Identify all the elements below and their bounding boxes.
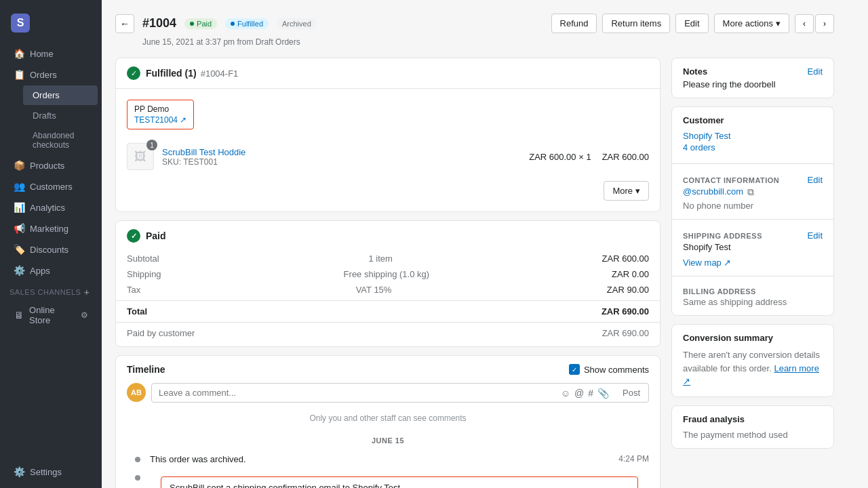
sidebar-item-customers[interactable]: 👥 Customers [4, 176, 98, 197]
attachment-icon[interactable]: 📎 [597, 388, 609, 399]
product-row: 🖼 1 ScrubBill Test Hoddie SKU: TEST001 Z… [127, 138, 649, 176]
sidebar-item-settings[interactable]: ⚙️ Settings [4, 462, 98, 482]
billing-header: BILLING ADDRESS [672, 279, 833, 297]
prev-order-button[interactable]: ‹ [795, 14, 814, 33]
analytics-icon: 📊 [14, 202, 24, 213]
sidebar-item-analytics[interactable]: 📊 Analytics [4, 197, 98, 218]
sidebar-orders-label: Orders [30, 70, 57, 80]
customer-orders[interactable]: 4 orders [683, 142, 823, 152]
total-label: Total [127, 306, 147, 317]
customer-body: Shopify Test 4 orders [672, 131, 833, 161]
comment-input[interactable] [152, 384, 555, 402]
online-store-icon: 🖥 [14, 310, 24, 321]
paid-by-label: Paid by customer [127, 328, 195, 338]
payment-card: ✓ Paid Subtotal 1 item ZAR 600.00 Shippi… [115, 220, 660, 347]
divider-3 [672, 276, 833, 277]
tracking-company: PP Demo [134, 104, 186, 114]
timeline-archived-event: This order was archived. 4:24 PM [116, 450, 660, 468]
emoji-icon[interactable]: ☺ [561, 388, 570, 399]
sidebar-item-orders-active[interactable]: Orders [23, 85, 98, 105]
subtotal-label: Subtotal [127, 253, 159, 264]
shipping-edit-link[interactable]: Edit [808, 230, 823, 241]
contact-section-label: CONTACT INFORMATION [683, 176, 779, 184]
more-btn-label: More [612, 186, 633, 196]
next-order-button[interactable]: › [815, 14, 834, 33]
notes-title: Notes [683, 66, 707, 77]
subtotal-value: ZAR 600.00 [602, 253, 649, 264]
show-comments-label: Show comments [584, 365, 649, 375]
comment-icons: ☺ @ # 📎 [555, 388, 614, 399]
sidebar-item-apps[interactable]: ⚙️ Apps [4, 260, 98, 281]
sidebar-item-products[interactable]: 📦 Products [4, 155, 98, 176]
tracking-box: PP Demo TEST21004 ↗ [127, 100, 194, 129]
notes-card: Notes Edit Please ring the doorbell [671, 58, 834, 98]
notes-header: Notes Edit [672, 58, 833, 79]
show-comments-checkbox[interactable]: ✓ [569, 364, 580, 375]
notes-text: Please ring the doorbell [683, 79, 776, 89]
settings-icon: ⚙️ [14, 466, 24, 477]
timeline-email-dot [135, 475, 140, 481]
timeline-title: Timeline [127, 364, 165, 375]
shipping-header: SHIPPING ADDRESS Edit [672, 222, 833, 242]
mention-icon[interactable]: @ [574, 388, 584, 399]
customer-name[interactable]: Shopify Test [683, 131, 823, 141]
payment-row-subtotal: Subtotal 1 item ZAR 600.00 [116, 251, 660, 266]
sidebar-item-home[interactable]: 🏠 Home [4, 43, 98, 64]
shipping-value: ZAR 0.00 [612, 269, 649, 279]
shipping-address-name: Shopify Test [672, 242, 833, 255]
sidebar-item-drafts[interactable]: Drafts [23, 106, 98, 125]
sidebar-item-marketing[interactable]: 📢 Marketing [4, 218, 98, 239]
sidebar-item-online-store[interactable]: 🖥 Online Store ⚙ [4, 300, 98, 330]
product-total-price: ZAR 600.00 [602, 152, 649, 162]
sidebar-products-label: Products [30, 161, 64, 171]
product-info: ScrubBill Test Hoddie SKU: TEST001 [162, 147, 521, 167]
notes-edit-link[interactable]: Edit [808, 66, 823, 77]
paid-dot [190, 22, 194, 26]
back-button[interactable]: ← [115, 14, 134, 33]
timeline-email-item: ScrubBill sent a shipping confirmation e… [116, 468, 660, 488]
view-map-link[interactable]: View map ↗ [672, 255, 833, 273]
product-unit-price: ZAR 600.00 × 1 [529, 152, 591, 162]
customer-title: Customer [672, 107, 833, 131]
sidebar-drafts-label: Drafts [33, 110, 56, 121]
discounts-icon: 🏷️ [14, 244, 24, 255]
sidebar-marketing-label: Marketing [30, 224, 68, 234]
products-icon: 📦 [14, 160, 24, 171]
post-comment-button[interactable]: Post [614, 384, 648, 402]
payment-row-paid-by: Paid by customer ZAR 690.00 [116, 322, 660, 346]
fulfillment-more-button[interactable]: More ▾ [604, 181, 649, 201]
more-actions-button[interactable]: More actions ▾ [714, 14, 789, 33]
show-comments-toggle[interactable]: ✓ Show comments [569, 364, 649, 375]
timeline-archived-time: 4:24 PM [618, 454, 649, 464]
fraud-card: Fraud analysis The payment method used [671, 405, 834, 449]
comment-hint: Only you and other staff can see comment… [116, 411, 660, 431]
fulfilled-label: Fulfilled [237, 20, 263, 28]
fraud-body: The payment method used [672, 430, 833, 448]
marketing-icon: 📢 [14, 223, 24, 234]
subtotal-detail: 1 item [368, 253, 392, 264]
sidebar-item-abandoned[interactable]: Abandoned checkouts [23, 126, 98, 155]
return-items-button[interactable]: Return items [602, 14, 670, 33]
add-sales-channel-btn[interactable]: + [81, 287, 92, 298]
tax-value: ZAR 90.00 [607, 285, 649, 295]
sidebar-item-orders[interactable]: 📋 Orders [4, 64, 98, 85]
more-actions-chevron-icon: ▾ [776, 18, 781, 28]
timeline-header: Timeline ✓ Show comments [116, 356, 660, 383]
tax-label: Tax [127, 285, 140, 295]
product-sku: SKU: TEST001 [162, 157, 521, 167]
product-name[interactable]: ScrubBill Test Hoddie [162, 147, 521, 157]
comment-area: AB ☺ @ # 📎 Post [127, 383, 649, 403]
hashtag-icon[interactable]: # [588, 388, 593, 399]
contact-header: CONTACT INFORMATION Edit [672, 167, 833, 186]
sidebar-item-discounts[interactable]: 🏷️ Discounts [4, 239, 98, 260]
customer-card: Customer Shopify Test 4 orders CONTACT I… [671, 106, 834, 316]
copy-email-icon[interactable]: ⧉ [747, 186, 754, 198]
shipping-label: Shipping [127, 269, 161, 279]
contact-email[interactable]: @scrubbill.com [683, 186, 743, 197]
edit-button[interactable]: Edit [675, 14, 708, 33]
contact-edit-link[interactable]: Edit [808, 175, 823, 185]
timeline-email-text: ScrubBill sent a shipping confirmation e… [170, 483, 629, 488]
refund-button[interactable]: Refund [551, 14, 597, 33]
payment-header: ✓ Paid [116, 221, 660, 251]
tracking-link[interactable]: TEST21004 ↗ [134, 115, 186, 125]
